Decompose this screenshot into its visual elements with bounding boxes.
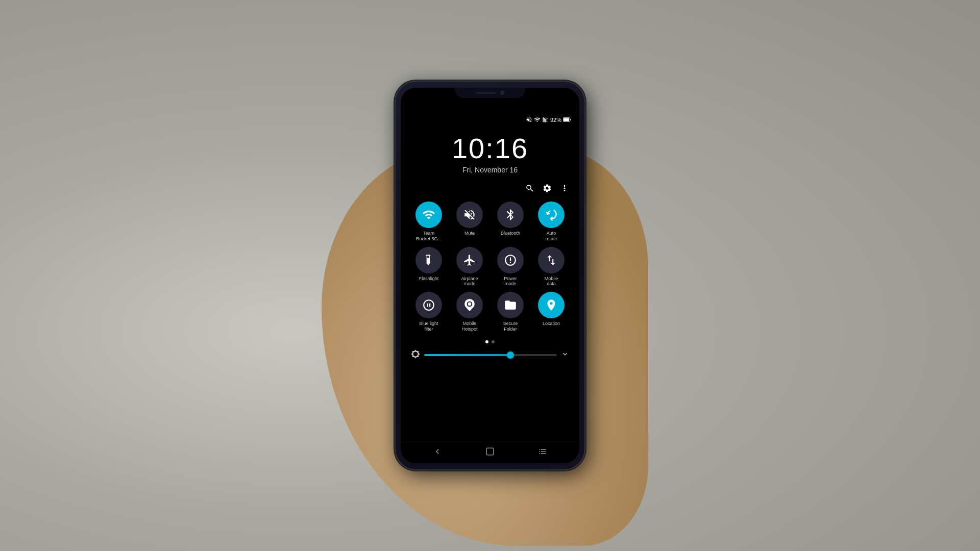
brightness-expand-icon[interactable] (561, 350, 569, 360)
signal-icon (542, 116, 549, 123)
location-tile-icon (538, 292, 565, 318)
hotspot-tile-label: MobileHotspot (461, 321, 477, 332)
qs-more-icon[interactable] (560, 184, 569, 195)
auto-rotate-tile-label: Autorotate (545, 231, 557, 242)
brightness-thumb[interactable] (507, 352, 514, 359)
svg-rect-3 (486, 448, 494, 455)
blue-light-tile-label: Blue lightfilter (419, 321, 438, 332)
tile-secure-folder[interactable]: SecureFolder (493, 292, 528, 332)
mute-tile-icon (456, 202, 483, 228)
hotspot-tile-icon (456, 292, 483, 318)
clock-time: 10:16 (401, 134, 579, 163)
mobile-data-tile-label: Mobiledata (545, 276, 558, 287)
secure-folder-tile-icon (497, 292, 524, 318)
secure-folder-tile-label: SecureFolder (503, 321, 518, 332)
battery-icon (563, 116, 571, 123)
phone-scene: 92% 10:16 Fri, November 16 (362, 46, 618, 505)
wifi-status-icon (534, 116, 541, 123)
brightness-icon (411, 349, 420, 361)
bluetooth-tile-icon (497, 202, 524, 228)
battery-percentage: 92% (550, 117, 561, 123)
clock-date: Fri, November 16 (401, 166, 579, 174)
qs-search-icon[interactable] (525, 184, 534, 195)
location-tile-label: Location (543, 321, 560, 327)
quick-settings-tiles: TeamRocket 5G... Mute Blue (411, 202, 569, 332)
power-mode-tile-label: Powermode (504, 276, 517, 287)
quick-settings-panel: TeamRocket 5G... Mute Blue (401, 182, 579, 441)
phone-notch (401, 88, 579, 113)
nav-home-icon[interactable] (485, 447, 495, 458)
airplane-tile-label: Airplanemode (461, 276, 478, 287)
brightness-control[interactable] (411, 346, 569, 365)
tile-bluetooth[interactable]: Bluetooth (493, 202, 528, 242)
wifi-tile-icon (415, 202, 442, 228)
navigation-bar (401, 441, 579, 463)
tile-wifi[interactable]: TeamRocket 5G... (411, 202, 447, 242)
nav-back-icon[interactable] (432, 446, 443, 459)
page-dot-1 (485, 340, 488, 343)
tile-hotspot[interactable]: MobileHotspot (452, 292, 487, 332)
notch-bar (454, 88, 526, 98)
mute-tile-label: Mute (464, 231, 475, 236)
blue-light-tile-icon (415, 292, 442, 318)
page-indicator (411, 337, 569, 346)
mobile-data-tile-icon (538, 247, 565, 273)
status-bar: 92% (401, 113, 579, 124)
tile-flashlight[interactable]: Flashlight (411, 247, 447, 287)
tile-blue-light[interactable]: Blue lightfilter (411, 292, 447, 332)
wifi-tile-label: TeamRocket 5G... (416, 231, 442, 242)
brightness-track[interactable] (424, 354, 557, 356)
auto-rotate-tile-icon (538, 202, 565, 228)
svg-rect-1 (570, 119, 571, 120)
status-icons: 92% (526, 116, 571, 123)
tile-power-mode[interactable]: Powermode (493, 247, 528, 287)
phone-device: 92% 10:16 Fri, November 16 (396, 82, 584, 469)
clock-area: 10:16 Fri, November 16 (401, 124, 579, 182)
mute-icon (526, 116, 532, 123)
tile-airplane[interactable]: Airplanemode (452, 247, 487, 287)
speaker (476, 92, 496, 94)
tile-mobile-data[interactable]: Mobiledata (533, 247, 569, 287)
tile-mute[interactable]: Mute (452, 202, 487, 242)
flashlight-tile-label: Flashlight (419, 276, 439, 282)
svg-rect-2 (564, 118, 569, 121)
qs-settings-icon[interactable] (543, 184, 552, 195)
nav-recents-icon[interactable] (537, 446, 548, 459)
bluetooth-tile-label: Bluetooth (501, 231, 520, 236)
phone-screen: 92% 10:16 Fri, November 16 (401, 88, 579, 463)
front-camera (500, 91, 504, 95)
airplane-tile-icon (456, 247, 483, 273)
flashlight-tile-icon (415, 247, 442, 273)
tile-auto-rotate[interactable]: Autorotate (533, 202, 569, 242)
brightness-fill (424, 354, 510, 356)
qs-action-row (411, 182, 569, 202)
power-mode-tile-icon (497, 247, 524, 273)
tile-location[interactable]: Location (533, 292, 569, 332)
page-dot-2 (492, 340, 495, 343)
